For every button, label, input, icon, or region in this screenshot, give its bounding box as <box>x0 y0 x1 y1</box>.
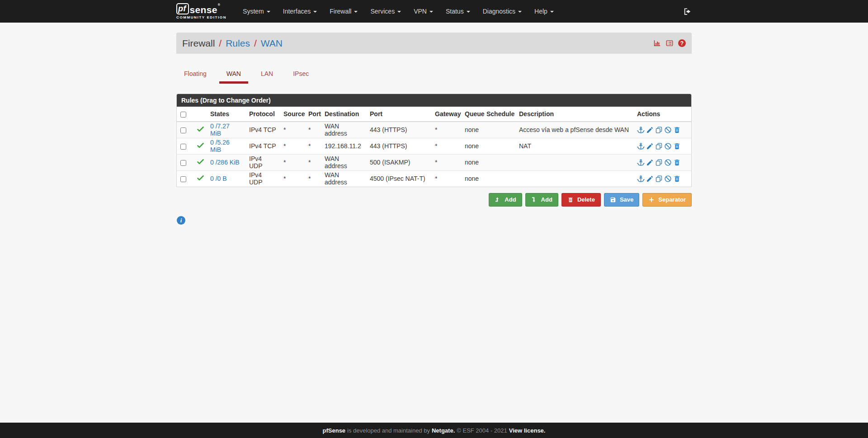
menu-diagnostics[interactable]: Diagnostics <box>476 0 528 23</box>
save-button[interactable]: Save <box>604 193 639 207</box>
pfsense-logo[interactable]: pfsense® COMMUNITY EDITION <box>176 3 226 19</box>
trash-delete-icon[interactable] <box>673 142 681 150</box>
pass-check-icon <box>197 158 204 165</box>
row-checkbox[interactable] <box>180 127 186 133</box>
tab-floating[interactable]: Floating <box>177 66 214 84</box>
rule-row[interactable]: 0 /0 B IPv4 UDP * * WAN address 4500 (IP… <box>177 170 691 187</box>
ban-disable-icon[interactable] <box>664 142 672 150</box>
chevron-down-icon <box>397 11 401 13</box>
rule-row[interactable]: 0 /5.26 MiB IPv4 TCP * * 192.168.11.2 44… <box>177 138 691 154</box>
add-separator-button[interactable]: Separator <box>642 193 692 207</box>
col-states: States <box>207 107 245 122</box>
community-edition-label: COMMUNITY EDITION <box>176 16 226 19</box>
select-all-checkbox[interactable] <box>180 112 186 118</box>
col-protocol: Protocol <box>245 107 280 122</box>
row-checkbox[interactable] <box>180 176 186 182</box>
col-description: Description <box>515 107 633 122</box>
menu-help[interactable]: Help <box>528 0 560 23</box>
breadcrumb-section: Firewall <box>182 38 215 49</box>
trash-delete-icon[interactable] <box>673 126 681 134</box>
copy-icon[interactable] <box>655 175 663 183</box>
copy-icon[interactable] <box>655 142 663 150</box>
chevron-down-icon <box>313 11 317 13</box>
anchor-icon[interactable] <box>637 159 645 166</box>
help-question-icon[interactable]: ? <box>678 39 686 47</box>
breadcrumb-link-wan[interactable]: WAN <box>261 38 283 49</box>
ban-disable-icon[interactable] <box>664 126 672 134</box>
footer-netgate-link[interactable]: Netgate. <box>432 427 455 434</box>
states-link[interactable]: 0 /0 B <box>210 175 227 182</box>
breadcrumb-separator: / <box>219 38 222 49</box>
registered-mark: ® <box>218 3 220 6</box>
col-src-port: Port <box>305 107 321 122</box>
menu-status[interactable]: Status <box>439 0 476 23</box>
row-checkbox[interactable] <box>180 160 186 166</box>
interface-tabs: Floating WAN LAN IPsec <box>176 66 692 84</box>
chevron-down-icon <box>467 11 470 13</box>
anchor-icon[interactable] <box>637 142 645 150</box>
rules-action-buttons: Add Add Delete Save Separator <box>176 193 692 207</box>
tab-wan[interactable]: WAN <box>219 66 248 84</box>
pencil-edit-icon[interactable] <box>646 159 654 166</box>
trash-delete-icon[interactable] <box>673 175 681 183</box>
col-schedule: Schedule <box>483 107 515 122</box>
page-content: Firewall / Rules / WAN ? <box>176 33 692 225</box>
chevron-down-icon <box>429 11 433 13</box>
pass-check-icon <box>197 141 204 149</box>
log-list-icon[interactable] <box>665 39 674 47</box>
pencil-edit-icon[interactable] <box>646 142 654 150</box>
anchor-icon[interactable] <box>637 175 645 183</box>
page-footer: pfSense is developed and maintained by N… <box>0 423 868 438</box>
tab-ipsec[interactable]: IPsec <box>286 66 316 84</box>
states-link[interactable]: 0 /286 KiB <box>210 159 240 166</box>
add-rule-top-button[interactable]: Add <box>489 193 522 207</box>
chevron-down-icon <box>267 11 270 13</box>
states-link[interactable]: 0 /7.27 MiB <box>210 122 230 137</box>
add-rule-bottom-button[interactable]: Add <box>525 193 558 207</box>
copy-icon[interactable] <box>655 126 663 134</box>
breadcrumb: Firewall / Rules / WAN <box>182 38 283 49</box>
row-checkbox[interactable] <box>180 144 186 150</box>
col-destination: Destination <box>321 107 366 122</box>
breadcrumb-separator: / <box>254 38 257 49</box>
menu-system[interactable]: System <box>236 0 277 23</box>
delete-rules-button[interactable]: Delete <box>561 193 601 207</box>
menu-services[interactable]: Services <box>364 0 407 23</box>
col-gateway: Gateway <box>431 107 461 122</box>
bar-chart-icon[interactable] <box>653 39 661 47</box>
sign-out-icon[interactable] <box>683 7 692 16</box>
plus-icon <box>648 197 655 203</box>
col-dst-port: Port <box>366 107 431 122</box>
trash-delete-icon[interactable] <box>673 159 681 166</box>
pass-check-icon <box>197 125 204 133</box>
chevron-down-icon <box>550 11 554 13</box>
footer-license-link[interactable]: View license. <box>509 427 546 434</box>
main-menu: System Interfaces Firewall Services VPN … <box>236 0 560 23</box>
footer-brand: pfSense <box>323 427 346 434</box>
anchor-icon[interactable] <box>637 126 645 134</box>
states-link[interactable]: 0 /5.26 MiB <box>210 139 230 153</box>
top-navbar: pfsense® COMMUNITY EDITION System Interf… <box>0 0 868 23</box>
pencil-edit-icon[interactable] <box>646 126 654 134</box>
chevron-down-icon <box>518 11 522 13</box>
col-actions: Actions <box>633 107 691 122</box>
footer-text: is developed and maintained by <box>347 427 430 434</box>
page-header-icons: ? <box>653 39 686 47</box>
copy-icon[interactable] <box>655 159 663 166</box>
rules-panel: Rules (Drag to Change Order) States Prot… <box>176 94 692 187</box>
footer-copyright: © ESF 2004 - 2021 <box>457 427 507 434</box>
pencil-edit-icon[interactable] <box>646 175 654 183</box>
menu-interfaces[interactable]: Interfaces <box>277 0 323 23</box>
info-icon[interactable]: i <box>177 216 185 225</box>
rule-row[interactable]: 0 /7.27 MiB IPv4 TCP * * WAN address 443… <box>177 122 691 138</box>
trash-icon <box>567 197 574 203</box>
ban-disable-icon[interactable] <box>664 175 672 183</box>
breadcrumb-link-rules[interactable]: Rules <box>226 38 250 49</box>
rule-row[interactable]: 0 /286 KiB IPv4 UDP * * WAN address 500 … <box>177 154 691 170</box>
tab-lan[interactable]: LAN <box>254 66 280 84</box>
pass-check-icon <box>197 174 204 182</box>
menu-vpn[interactable]: VPN <box>407 0 439 23</box>
table-header-row: States Protocol Source Port Destination … <box>177 107 691 122</box>
menu-firewall[interactable]: Firewall <box>323 0 364 23</box>
ban-disable-icon[interactable] <box>664 159 672 166</box>
